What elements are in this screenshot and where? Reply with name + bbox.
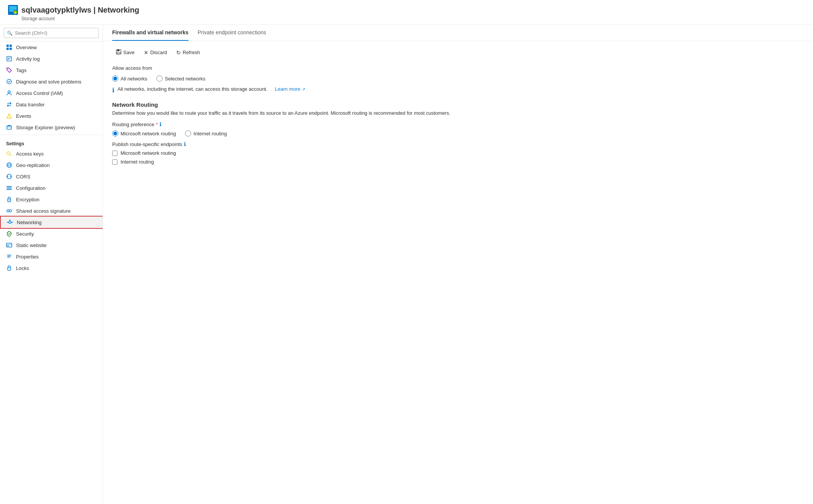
page-title: sqlvaagotypktlylws | Networking: [21, 6, 139, 14]
sidebar-item-security[interactable]: Security: [0, 228, 103, 239]
svg-point-37: [12, 222, 13, 223]
sidebar-item-iam[interactable]: Access Control (IAM): [0, 87, 103, 99]
sidebar-item-shared-access[interactable]: Shared access signature: [0, 205, 103, 217]
sidebar-item-storage-explorer[interactable]: Storage Explorer (preview): [0, 122, 103, 133]
required-marker: *: [156, 122, 158, 127]
svg-rect-51: [117, 52, 120, 54]
learn-more-link[interactable]: Learn more ↗: [275, 86, 305, 92]
encryption-icon: [6, 196, 12, 202]
key-icon: [6, 151, 12, 157]
sidebar-label-encryption: Encryption: [16, 197, 39, 202]
svg-rect-29: [6, 188, 12, 188]
discard-button[interactable]: ✕ Discard: [140, 48, 171, 58]
static-icon: [6, 242, 12, 248]
sidebar-item-locks[interactable]: Locks: [0, 262, 103, 274]
search-icon: 🔍: [7, 30, 13, 36]
publish-endpoints-checkboxes: Microsoft network routing Internet routi…: [112, 150, 804, 165]
svg-rect-30: [6, 189, 12, 190]
config-icon: [6, 185, 12, 191]
allow-access-label: Allow access from: [112, 65, 804, 71]
sidebar-label-diagnose: Diagnose and solve problems: [16, 79, 81, 85]
sidebar-item-tags[interactable]: Tags: [0, 64, 103, 76]
networking-icon: [7, 219, 13, 225]
info-banner: ℹ All networks, including the internet, …: [112, 86, 804, 94]
sidebar-item-encryption[interactable]: Encryption: [0, 194, 103, 205]
sidebar-item-networking[interactable]: Networking: [0, 217, 103, 228]
svg-rect-42: [6, 243, 12, 247]
resource-subtitle: Storage account: [21, 16, 805, 21]
external-link-icon: ↗: [302, 87, 305, 91]
sidebar-item-configuration[interactable]: Configuration: [0, 182, 103, 194]
checkbox-internet-routing-input[interactable]: [112, 159, 118, 165]
save-button[interactable]: Save: [112, 47, 138, 58]
discard-icon: ✕: [144, 50, 148, 56]
sidebar-label-shared-access: Shared access signature: [16, 208, 71, 214]
events-icon: [6, 113, 12, 119]
sidebar-label-data-transfer: Data transfer: [16, 102, 45, 108]
radio-selected-networks-input[interactable]: [156, 75, 163, 82]
sidebar-label-networking: Networking: [17, 220, 42, 225]
radio-selected-networks[interactable]: Selected networks: [156, 75, 205, 82]
search-input[interactable]: [4, 28, 99, 38]
svg-point-32: [9, 200, 10, 201]
sidebar-item-events[interactable]: Events: [0, 110, 103, 122]
radio-microsoft-routing-label: Microsoft network routing: [121, 131, 176, 136]
radio-selected-networks-label: Selected networks: [165, 76, 205, 82]
checkbox-internet-routing-label: Internet routing: [121, 159, 154, 165]
svg-rect-48: [8, 268, 11, 270]
tab-firewalls[interactable]: Firewalls and virtual networks: [112, 25, 188, 41]
publish-info-icon[interactable]: ℹ: [184, 141, 186, 147]
svg-point-33: [7, 210, 9, 212]
sidebar-item-diagnose[interactable]: Diagnose and solve problems: [0, 76, 103, 87]
sidebar-label-cors: CORS: [16, 174, 31, 180]
sidebar-item-geo-replication[interactable]: Geo-replication: [0, 159, 103, 171]
svg-rect-50: [117, 50, 119, 51]
checkbox-internet-routing[interactable]: Internet routing: [112, 159, 804, 165]
storage-account-icon: S: [8, 5, 18, 15]
routing-radio-group: Microsoft network routing Internet routi…: [112, 130, 804, 136]
sidebar-item-data-transfer[interactable]: Data transfer: [0, 99, 103, 110]
iam-icon: [6, 90, 12, 96]
info-text: All networks, including the internet, ca…: [118, 86, 267, 92]
radio-all-networks[interactable]: All networks: [112, 75, 147, 82]
publish-endpoints-label: Publish route-specific endpoints ℹ: [112, 141, 804, 147]
radio-internet-routing-input[interactable]: [185, 130, 191, 136]
svg-point-34: [9, 210, 11, 212]
settings-section-label: Settings: [0, 136, 103, 148]
svg-rect-7: [10, 45, 12, 47]
svg-rect-44: [7, 246, 9, 246]
activity-icon: [6, 56, 12, 62]
svg-point-16: [8, 91, 10, 93]
routing-info-icon[interactable]: ℹ: [159, 121, 161, 127]
sidebar-label-overview: Overview: [16, 45, 37, 50]
sidebar-item-static-website[interactable]: Static website: [0, 239, 103, 251]
svg-rect-28: [6, 186, 12, 187]
checkbox-microsoft-routing[interactable]: Microsoft network routing: [112, 150, 804, 156]
sidebar-search-wrapper[interactable]: 🔍: [0, 25, 103, 42]
sidebar-item-activity-log[interactable]: Activity log: [0, 53, 103, 64]
radio-microsoft-routing[interactable]: Microsoft network routing: [112, 130, 176, 136]
discard-label: Discard: [150, 50, 167, 55]
refresh-label: Refresh: [183, 50, 200, 55]
radio-microsoft-routing-input[interactable]: [112, 130, 118, 136]
checkbox-microsoft-routing-input[interactable]: [112, 151, 118, 156]
radio-internet-routing[interactable]: Internet routing: [185, 130, 227, 136]
radio-all-networks-input[interactable]: [112, 75, 118, 82]
tags-icon: [6, 67, 12, 73]
sidebar-item-access-keys[interactable]: Access keys: [0, 148, 103, 159]
sidebar-label-properties: Properties: [16, 254, 39, 260]
tab-private-endpoints[interactable]: Private endpoint connections: [198, 25, 266, 41]
network-routing-description: Determine how you would like to route yo…: [112, 110, 456, 116]
sidebar-label-events: Events: [16, 113, 31, 119]
refresh-button[interactable]: ↻ Refresh: [172, 48, 204, 58]
svg-point-36: [7, 222, 8, 223]
content-body: Save ✕ Discard ↻ Refresh Allow access fr…: [103, 41, 813, 171]
sidebar-item-properties[interactable]: Properties: [0, 251, 103, 262]
sidebar-item-cors[interactable]: CORS: [0, 171, 103, 182]
radio-internet-routing-label: Internet routing: [193, 131, 227, 136]
svg-rect-21: [8, 125, 10, 126]
sas-icon: [6, 208, 12, 214]
data-transfer-icon: [6, 101, 12, 108]
sidebar-item-overview[interactable]: Overview: [0, 42, 103, 53]
diagnose-icon: [6, 79, 12, 85]
